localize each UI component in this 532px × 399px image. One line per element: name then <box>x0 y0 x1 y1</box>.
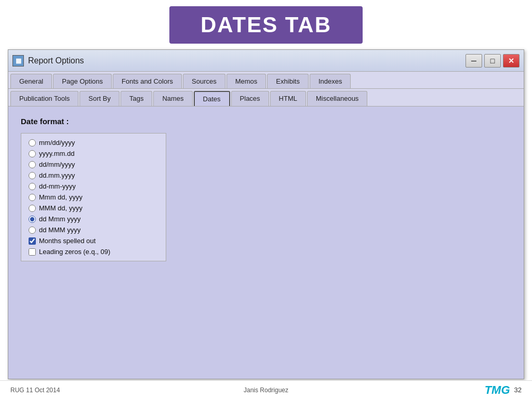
radio-label-MMM_dd_yyyy: MMM dd, yyyy <box>39 204 83 212</box>
checkbox-input-1[interactable] <box>29 248 36 256</box>
tab-page-options[interactable]: Page Options <box>53 74 112 88</box>
tab-tags[interactable]: Tags <box>121 91 152 106</box>
radio-input-dd/mm/yyyy[interactable] <box>29 161 36 168</box>
radio-input-dd.mm.yyyy[interactable] <box>29 172 36 179</box>
radio-input-dd_Mmm_yyyy[interactable] <box>29 216 36 223</box>
radio-label-dd_Mmm_yyyy: dd Mmm yyyy <box>39 215 81 223</box>
radio-input-MMM_dd_yyyy[interactable] <box>29 205 36 212</box>
tab-miscellaneous[interactable]: Miscellaneous <box>307 91 367 106</box>
radio-input-dd_MMM_yyyy[interactable] <box>29 227 36 234</box>
window-controls: ─ □ ✕ <box>466 54 520 68</box>
radio-MMM_dd_yyyy[interactable]: MMM dd, yyyy <box>29 204 158 212</box>
minimize-button[interactable]: ─ <box>466 54 482 68</box>
page-number: 32 <box>514 386 522 394</box>
tab-fonts-and-colors[interactable]: Fonts and Colors <box>113 74 182 88</box>
tab-places[interactable]: Places <box>231 91 269 106</box>
header-banner: DATES TAB <box>0 0 532 49</box>
content-area: Date format : mm/dd/yyyyyyyy.mm.dddd/mm/… <box>8 107 524 368</box>
radio-label-dd.mm.yyyy: dd.mm.yyyy <box>39 171 75 179</box>
radio-label-yyyy.mm.dd: yyyy.mm.dd <box>39 150 74 157</box>
radio-label-dd-mm-yyyy: dd-mm-yyyy <box>39 182 76 190</box>
tab-indexes[interactable]: Indexes <box>310 74 351 88</box>
tab-memos[interactable]: Memos <box>227 74 267 88</box>
header-title: DATES TAB <box>201 12 331 37</box>
tab-exhibits[interactable]: Exhibits <box>267 74 309 88</box>
radio-label-dd/mm/yyyy: dd/mm/yyyy <box>39 161 75 168</box>
tab-row-2: Publication ToolsSort ByTagsNamesDatesPl… <box>8 89 524 107</box>
report-options-window: ▦ Report Options ─ □ ✕ GeneralPage Optio… <box>8 49 524 379</box>
footer-left: RUG 11 Oct 2014 <box>10 387 181 394</box>
tab-general[interactable]: General <box>10 74 52 88</box>
radio-label-dd_MMM_yyyy: dd MMM yyyy <box>39 226 81 234</box>
window-title: Report Options <box>28 56 466 65</box>
title-bar: ▦ Report Options ─ □ ✕ <box>8 50 524 72</box>
radio-mm/dd/yyyy[interactable]: mm/dd/yyyy <box>29 139 158 147</box>
date-format-box: mm/dd/yyyyyyyy.mm.dddd/mm/yyyydd.mm.yyyy… <box>21 133 166 261</box>
radio-input-Mmm_dd_yyyy[interactable] <box>29 194 36 201</box>
radio-dd/mm/yyyy[interactable]: dd/mm/yyyy <box>29 161 158 168</box>
footer-center: Janis Rodriguez <box>181 387 351 394</box>
radio-dd_MMM_yyyy[interactable]: dd MMM yyyy <box>29 226 158 234</box>
radio-input-yyyy.mm.dd[interactable] <box>29 150 36 157</box>
tab-names[interactable]: Names <box>153 91 192 106</box>
checkbox-item-0[interactable]: Months spelled out <box>29 237 158 245</box>
checkbox-input-0[interactable] <box>29 237 36 245</box>
checkbox-label-0: Months spelled out <box>39 237 96 245</box>
tmg-logo: TMG <box>485 383 510 397</box>
checkbox-label-1: Leading zeros (e.q., 09) <box>39 248 110 256</box>
radio-Mmm_dd_yyyy[interactable]: Mmm dd, yyyy <box>29 193 158 201</box>
footer: RUG 11 Oct 2014 Janis Rodriguez TMG 32 <box>0 380 532 399</box>
tab-dates[interactable]: Dates <box>194 91 230 106</box>
radio-dd.mm.yyyy[interactable]: dd.mm.yyyy <box>29 171 158 179</box>
tab-sources[interactable]: Sources <box>183 74 225 88</box>
restore-button[interactable]: □ <box>484 54 501 68</box>
close-button[interactable]: ✕ <box>503 54 520 68</box>
radio-dd-mm-yyyy[interactable]: dd-mm-yyyy <box>29 182 158 190</box>
tab-sort-by[interactable]: Sort By <box>79 91 119 106</box>
checkbox-item-1[interactable]: Leading zeros (e.q., 09) <box>29 248 158 256</box>
section-title: Date format : <box>21 117 511 126</box>
radio-label-mm/dd/yyyy: mm/dd/yyyy <box>39 139 75 147</box>
window-icon: ▦ <box>12 55 24 66</box>
radio-input-mm/dd/yyyy[interactable] <box>29 139 36 147</box>
tab-html[interactable]: HTML <box>270 91 306 106</box>
tab-publication-tools[interactable]: Publication Tools <box>10 91 78 106</box>
radio-dd_Mmm_yyyy[interactable]: dd Mmm yyyy <box>29 215 158 223</box>
radio-input-dd-mm-yyyy[interactable] <box>29 183 36 190</box>
tab-row-1: GeneralPage OptionsFonts and ColorsSourc… <box>8 72 524 89</box>
footer-right: TMG 32 <box>351 383 522 397</box>
radio-yyyy.mm.dd[interactable]: yyyy.mm.dd <box>29 150 158 157</box>
header-title-box: DATES TAB <box>169 6 363 44</box>
radio-label-Mmm_dd_yyyy: Mmm dd, yyyy <box>39 193 83 201</box>
